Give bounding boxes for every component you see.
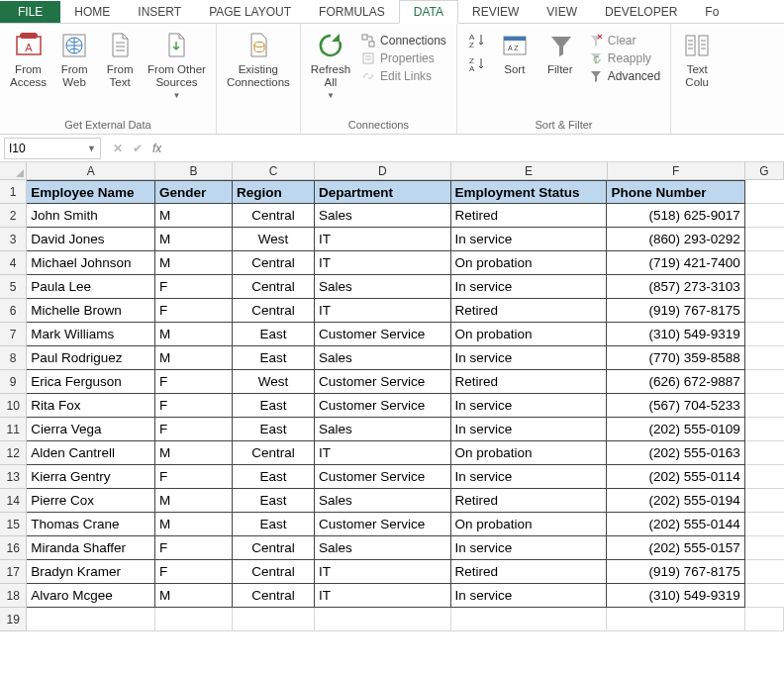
cell[interactable]: F	[155, 394, 233, 418]
cell[interactable]: Retired	[451, 204, 608, 228]
cell[interactable]	[745, 560, 784, 584]
cell[interactable]: Sales	[315, 418, 450, 441]
col-header-a[interactable]: A	[27, 162, 155, 180]
cell[interactable]	[233, 608, 315, 631]
cell[interactable]: East	[233, 489, 315, 513]
cell[interactable]: Michael Johnson	[27, 251, 155, 275]
cell[interactable]: (518) 625-9017	[607, 204, 744, 228]
cell[interactable]	[745, 180, 784, 204]
cell[interactable]: Central	[233, 275, 315, 299]
cell[interactable]: (202) 555-0109	[607, 418, 744, 441]
properties-button[interactable]: Properties	[356, 49, 450, 67]
cell[interactable]	[745, 346, 784, 370]
cell[interactable]: (310) 549-9319	[607, 323, 744, 346]
cell[interactable]: Customer Service	[315, 323, 450, 346]
cell[interactable]: (719) 421-7400	[607, 251, 744, 275]
cell[interactable]: East	[233, 323, 315, 346]
cell[interactable]: Sales	[315, 489, 450, 513]
row-header[interactable]: 6	[0, 299, 27, 323]
cell[interactable]: Erica Ferguson	[27, 370, 155, 394]
cell[interactable]: Customer Service	[315, 370, 450, 394]
cell[interactable]: In service	[451, 418, 608, 441]
cell[interactable]: Central	[233, 560, 315, 584]
cell[interactable]: (626) 672-9887	[607, 370, 744, 394]
cell[interactable]: F	[155, 275, 233, 299]
cell[interactable]: Sales	[315, 204, 450, 228]
cell[interactable]	[745, 465, 784, 489]
row-header[interactable]: 10	[0, 394, 27, 418]
row-header[interactable]: 16	[0, 536, 27, 560]
cell[interactable]: West	[233, 228, 315, 251]
col-header-c[interactable]: C	[233, 162, 315, 180]
cell[interactable]: F	[155, 299, 233, 323]
row-header[interactable]: 1	[0, 180, 27, 204]
cell[interactable]: In service	[451, 536, 608, 560]
cell[interactable]	[27, 608, 155, 631]
cell[interactable]: Michelle Brown	[27, 299, 155, 323]
row-header[interactable]: 7	[0, 323, 27, 346]
row-header[interactable]: 17	[0, 560, 27, 584]
cell[interactable]: M	[155, 251, 233, 275]
cell[interactable]: F	[155, 370, 233, 394]
tab-home[interactable]: HOME	[60, 1, 124, 23]
col-header-g[interactable]: G	[745, 162, 784, 180]
tab-view[interactable]: VIEW	[533, 1, 591, 23]
clear-button[interactable]: Clear	[584, 32, 664, 49]
cell[interactable]: John Smith	[27, 204, 155, 228]
cancel-formula-icon[interactable]: ✕	[113, 142, 123, 155]
tab-insert[interactable]: INSERT	[124, 1, 195, 23]
cell[interactable]: Paula Lee	[27, 275, 155, 299]
cell[interactable]: East	[233, 465, 315, 489]
tab-review[interactable]: REVIEW	[458, 1, 533, 23]
fx-icon[interactable]: fx	[152, 142, 161, 155]
cell[interactable]: IT	[315, 251, 450, 275]
tab-formulas[interactable]: FORMULAS	[305, 1, 399, 23]
cell[interactable]: Customer Service	[315, 465, 450, 489]
cell[interactable]: M	[155, 513, 233, 536]
row-header[interactable]: 8	[0, 346, 27, 370]
row-header[interactable]: 2	[0, 204, 27, 228]
cell[interactable]: (202) 555-0114	[607, 465, 744, 489]
tab-page-layout[interactable]: PAGE LAYOUT	[195, 1, 305, 23]
cell[interactable]: Customer Service	[315, 394, 450, 418]
row-header[interactable]: 3	[0, 228, 27, 251]
name-box-input[interactable]	[9, 142, 68, 155]
cell[interactable]: F	[155, 418, 233, 441]
cell[interactable]: Region	[233, 180, 315, 204]
row-header[interactable]: 18	[0, 584, 27, 608]
cell[interactable]: In service	[451, 465, 608, 489]
cell[interactable]: F	[155, 560, 233, 584]
row-header[interactable]: 15	[0, 513, 27, 536]
refresh-all-button[interactable]: Refresh All ▼	[307, 28, 354, 102]
cell[interactable]: East	[233, 418, 315, 441]
filter-button[interactable]: Filter	[539, 28, 582, 78]
cell[interactable]: M	[155, 346, 233, 370]
cell[interactable]: IT	[315, 584, 450, 608]
cell[interactable]: (567) 704-5233	[607, 394, 744, 418]
cell[interactable]: East	[233, 346, 315, 370]
cell[interactable]: In service	[451, 346, 608, 370]
cell[interactable]: M	[155, 489, 233, 513]
select-all-triangle[interactable]	[0, 162, 27, 180]
cell[interactable]: In service	[451, 228, 608, 251]
cell[interactable]: (202) 555-0157	[607, 536, 744, 560]
cell[interactable]: (857) 273-3103	[607, 275, 744, 299]
advanced-button[interactable]: Advanced	[584, 67, 664, 85]
tab-developer[interactable]: DEVELOPER	[591, 1, 691, 23]
cell[interactable]	[745, 418, 784, 441]
cell[interactable]	[745, 370, 784, 394]
cell[interactable]: Central	[233, 536, 315, 560]
cell[interactable]: IT	[315, 560, 450, 584]
cell[interactable]: (202) 555-0144	[607, 513, 744, 536]
cell[interactable]: David Jones	[27, 228, 155, 251]
cell[interactable]: Sales	[315, 346, 450, 370]
cell[interactable]	[745, 489, 784, 513]
existing-connections-button[interactable]: Existing Connections	[223, 28, 294, 91]
row-header[interactable]: 9	[0, 370, 27, 394]
sort-desc-button[interactable]: ZA	[465, 55, 489, 73]
cell[interactable]: Retired	[451, 489, 608, 513]
row-header[interactable]: 5	[0, 275, 27, 299]
cell[interactable]: Customer Service	[315, 513, 450, 536]
cell[interactable]: Mark Williams	[27, 323, 155, 346]
cell[interactable]: F	[155, 465, 233, 489]
